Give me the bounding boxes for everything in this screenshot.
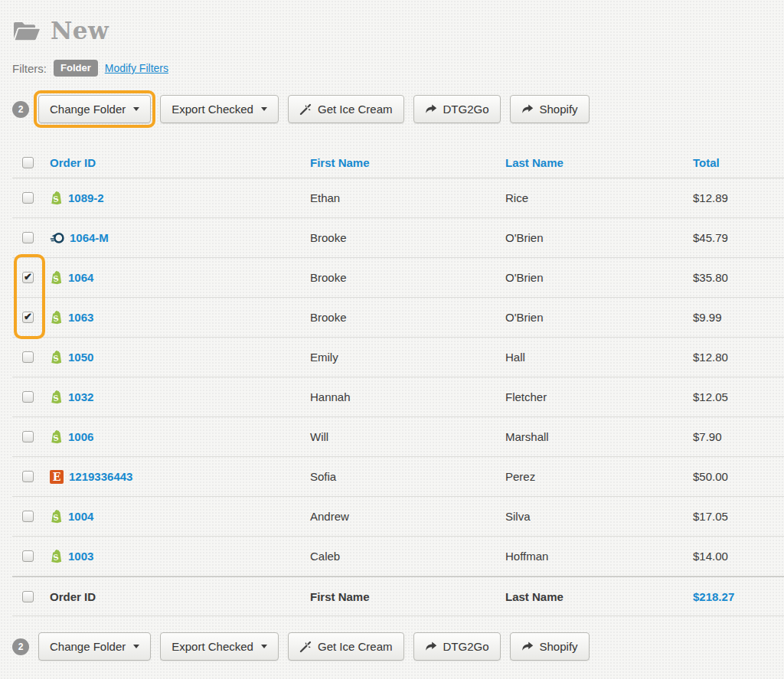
table-row: S 1006 Will Marshall $7.90	[12, 417, 784, 457]
total-cell: $12.89	[693, 191, 784, 204]
row-checkbox[interactable]	[22, 511, 34, 522]
row-checkbox[interactable]	[22, 192, 34, 204]
table-row: S 1064 Brooke O'Brien $35.80	[12, 258, 784, 298]
order-id-link[interactable]: 1003	[68, 550, 93, 563]
first-name-cell: Hannah	[310, 390, 505, 403]
order-id-link[interactable]: 1089-2	[68, 191, 104, 204]
change-folder-highlight-ring: Change Folder	[38, 95, 151, 123]
magic-wand-icon	[299, 641, 312, 653]
row-checkbox[interactable]	[22, 232, 34, 243]
order-id-link[interactable]: 1032	[68, 390, 93, 403]
shopify-bag-icon: S	[50, 310, 63, 325]
change-folder-label: Change Folder	[50, 640, 126, 653]
order-id-link[interactable]: 1050	[68, 351, 93, 364]
caret-down-icon	[261, 645, 267, 648]
change-folder-button[interactable]: Change Folder	[38, 632, 151, 661]
first-name-header[interactable]: First Name	[310, 156, 505, 169]
last-name-cell: Hall	[505, 351, 693, 364]
row-checkbox[interactable]	[22, 272, 34, 283]
get-ice-cream-button[interactable]: Get Ice Cream	[288, 632, 404, 661]
shopify-bag-icon: S	[50, 429, 63, 444]
first-name-cell: Brooke	[310, 271, 505, 284]
dtg2go-button[interactable]: DTG2Go	[413, 95, 501, 123]
total-cell: $12.80	[693, 351, 784, 364]
shopify-export-button[interactable]: Shopify	[510, 95, 590, 123]
page-header: New	[12, 17, 784, 44]
dtg2go-button[interactable]: DTG2Go	[413, 632, 501, 661]
get-ice-cream-label: Get Ice Cream	[318, 103, 393, 116]
svg-text:S: S	[53, 553, 60, 562]
last-name-cell: O'Brien	[505, 231, 693, 244]
first-name-cell: Will	[310, 430, 505, 443]
svg-text:S: S	[53, 393, 60, 403]
shopify-export-button[interactable]: Shopify	[510, 632, 590, 661]
filters-label: Filters:	[12, 62, 47, 75]
modify-filters-link[interactable]: Modify Filters	[105, 62, 168, 74]
total-header[interactable]: Total	[693, 156, 784, 169]
last-name-cell: Silva	[505, 510, 693, 523]
shopify-bag-icon: S	[50, 270, 63, 285]
export-checked-button[interactable]: Export Checked	[160, 95, 279, 123]
magic-wand-icon	[299, 103, 312, 116]
order-id-header[interactable]: Order ID	[50, 156, 310, 169]
shopify-export-label: Shopify	[540, 640, 578, 653]
shopify-bag-icon: S	[50, 549, 63, 563]
row-checkbox[interactable]	[22, 431, 34, 442]
row-checkbox[interactable]	[22, 312, 34, 323]
change-folder-label: Change Folder	[50, 103, 126, 116]
row-checkbox[interactable]	[22, 550, 34, 562]
row-checkbox[interactable]	[22, 471, 34, 482]
row-checkbox[interactable]	[22, 391, 34, 403]
last-name-cell: O'Brien	[505, 271, 693, 284]
table-row: S 1003 Caleb Hoffman $14.00	[12, 537, 784, 576]
shopify-export-label: Shopify	[540, 103, 578, 116]
forward-arrow-icon	[425, 641, 437, 652]
svg-text:S: S	[53, 354, 60, 363]
forward-arrow-icon	[425, 103, 437, 115]
last-name-header[interactable]: Last Name	[505, 156, 693, 169]
order-id-link[interactable]: 1064-M	[70, 231, 109, 244]
svg-text:S: S	[53, 314, 60, 323]
order-id-link[interactable]: 1006	[68, 430, 93, 443]
shopify-bag-icon: S	[50, 191, 63, 205]
first-name-cell: Emily	[310, 351, 505, 364]
svg-text:S: S	[53, 513, 60, 522]
selected-count-badge: 2	[12, 101, 29, 118]
footer-checkbox[interactable]	[22, 591, 34, 602]
table-row: S 1032 Hannah Fletcher $12.05	[12, 377, 784, 417]
table-row: 1064-M Brooke O'Brien $45.79	[12, 218, 784, 258]
folder-filter-badge: Folder	[54, 60, 98, 77]
get-ice-cream-button[interactable]: Get Ice Cream	[288, 95, 404, 123]
order-id-link[interactable]: 1004	[68, 510, 93, 523]
export-checked-button[interactable]: Export Checked	[160, 632, 279, 661]
total-cell: $12.05	[693, 390, 784, 403]
table-row: S 1063 Brooke O'Brien $9.99	[12, 298, 784, 338]
order-id-link[interactable]: 1219336443	[69, 470, 132, 483]
dtg2go-label: DTG2Go	[443, 103, 489, 116]
footer-order-id-label: Order ID	[50, 590, 310, 603]
open-folder-icon	[12, 20, 41, 42]
caret-down-icon	[133, 107, 139, 111]
footer-first-name-label: First Name	[310, 590, 505, 603]
orders-table: Order ID First Name Last Name Total S 10…	[12, 148, 784, 616]
bottom-toolbar: 2 Change Folder Export Checked Get Ice C…	[12, 632, 784, 661]
table-row: S 1089-2 Ethan Rice $12.89	[12, 178, 784, 218]
select-all-checkbox[interactable]	[22, 157, 34, 168]
row-checkbox[interactable]	[22, 351, 34, 363]
shipstation-swoosh-icon	[50, 231, 64, 244]
filters-row: Filters: Folder Modify Filters	[12, 60, 784, 77]
dtg2go-label: DTG2Go	[443, 640, 489, 653]
shopify-bag-icon: S	[50, 509, 63, 524]
table-row: S 1004 Andrew Silva $17.05	[12, 497, 784, 537]
total-cell: $45.79	[693, 231, 784, 244]
order-id-link[interactable]: 1063	[68, 311, 93, 324]
last-name-cell: Marshall	[505, 430, 693, 443]
caret-down-icon	[133, 645, 139, 648]
etsy-badge-icon: E	[50, 470, 64, 484]
change-folder-button[interactable]: Change Folder	[38, 95, 151, 123]
order-id-link[interactable]: 1064	[68, 271, 93, 284]
first-name-cell: Andrew	[310, 510, 505, 523]
table-header-row: Order ID First Name Last Name Total	[12, 148, 784, 178]
last-name-cell: Perez	[505, 470, 693, 483]
svg-text:S: S	[53, 194, 60, 204]
